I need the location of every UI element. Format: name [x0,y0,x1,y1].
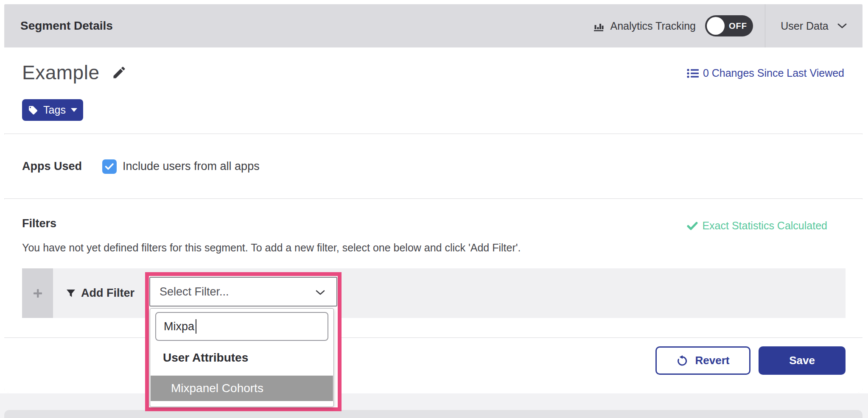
chevron-down-icon [837,23,847,29]
toggle-knob [707,17,725,35]
user-data-label: User Data [781,20,829,32]
apps-used-label: Apps Used [22,160,86,173]
save-button[interactable]: Save [759,346,846,375]
filter-dropdown-panel: Mixpa User Attributes Mixpanel Cohorts [150,308,334,407]
select-filter-placeholder: Select Filter... [150,285,229,298]
tags-button[interactable]: Tags [22,99,83,121]
list-icon [687,68,699,78]
dropdown-group-header: User Attributes [163,351,248,365]
caret-down-icon [71,108,77,112]
segment-details-page: Segment Details Analytics Tracking OFF [0,0,868,418]
filter-search-input[interactable]: Mixpa [155,312,328,341]
toggle-state-label: OFF [729,15,747,36]
include-all-apps-checkbox[interactable] [102,159,117,174]
chevron-down-icon [315,290,325,295]
analytics-tracking-group: Analytics Tracking OFF [593,15,765,36]
add-filter-label: Add Filter [81,287,134,300]
checkmark-icon [687,222,698,230]
revert-button-label: Revert [695,354,730,367]
pencil-icon [112,65,127,80]
actions-footer: Revert Save [4,338,862,393]
next-section-header-edge [4,410,862,418]
save-button-label: Save [789,354,815,367]
filters-heading: Filters [22,217,56,230]
tag-icon [28,105,38,115]
edit-name-button[interactable] [111,64,127,81]
filter-search-value: Mixpa [164,320,194,333]
changes-link-label: 0 Changes Since Last Viewed [703,67,844,79]
apps-used-card: Apps Used Include users from all apps [4,134,862,199]
include-all-apps-label[interactable]: Include users from all apps [123,160,260,173]
exact-statistics-status: Exact Statistics Calculated [687,220,827,232]
check-icon [105,163,114,170]
segment-name: Example [22,61,99,84]
select-filter-dropdown[interactable]: Select Filter... [149,277,337,307]
exact-statistics-label: Exact Statistics Calculated [702,220,827,232]
segment-title-card: Example 0 Changes Since Last Viewed [4,47,862,134]
add-filter-plus-button[interactable] [22,268,53,318]
header-right: Analytics Tracking OFF User Data [593,4,862,47]
bar-chart-icon [593,20,605,32]
header-bar: Segment Details Analytics Tracking OFF [4,4,862,47]
user-data-dropdown[interactable]: User Data [765,20,862,32]
add-filter-button[interactable]: Add Filter [66,287,134,300]
dropdown-option-mixpanel-cohorts[interactable]: Mixpanel Cohorts [151,376,333,401]
analytics-tracking-label: Analytics Tracking [610,20,696,32]
highlight-annotation-frame: Select Filter... Mixpa User Attributes M… [145,272,342,411]
analytics-tracking-toggle[interactable]: OFF [705,15,753,36]
revert-icon [677,355,689,367]
changes-since-last-viewed-link[interactable]: 0 Changes Since Last Viewed [687,67,844,79]
segment-name-row: Example [22,61,127,84]
tags-button-label: Tags [43,104,66,116]
filters-card: Filters Exact Statistics Calculated You … [4,199,862,338]
filter-funnel-icon [66,288,76,298]
text-caret [196,319,196,334]
revert-button[interactable]: Revert [655,346,750,375]
plus-icon [33,288,43,298]
filters-description: You have not yet defined filters for thi… [22,242,521,254]
page-title: Segment Details [4,19,113,33]
